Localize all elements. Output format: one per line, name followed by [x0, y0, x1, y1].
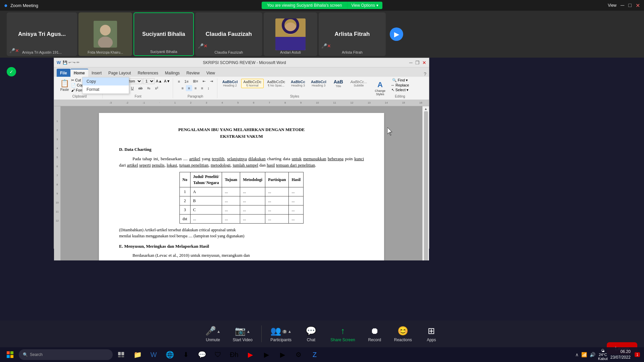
svg-point-1 — [100, 25, 111, 36]
chrome-app[interactable]: 🌐 — [162, 347, 177, 362]
system-clock[interactable]: 06.20 23/07/2022 — [610, 349, 631, 360]
style-heading4-button[interactable]: AaBbCcI Heading 3 — [309, 79, 329, 88]
view-button[interactable]: View — [608, 3, 616, 8]
replace-button[interactable]: ↔ Replace — [391, 83, 409, 87]
underline-button[interactable]: U — [129, 85, 136, 91]
notification-badge[interactable]: 1 — [635, 352, 640, 357]
vpn-app[interactable]: 🛡 — [211, 347, 225, 362]
participant-suciyanti[interactable]: Suciyanti Bihalia Suciyanti Bihalia — [133, 12, 194, 56]
document-scroll-area[interactable]: 123456789101112 PENGALAMAN IBU YANG MELA… — [54, 106, 429, 260]
chat-button[interactable]: 💬 Chat — [298, 323, 324, 345]
decrease-font-button[interactable]: A▼ — [163, 79, 171, 83]
document-title: PENGALAMAN IBU YANG MELAHIRKAN DENGAN ME… — [119, 126, 364, 139]
whatsapp-app[interactable]: 💬 — [195, 347, 209, 362]
font-size-selector[interactable]: 12 — [143, 78, 155, 84]
justify-button[interactable]: ≡ — [199, 85, 205, 91]
participant-anisya[interactable]: Anisya Tri Agus... 🎤✕ Anisya Tri Agustin… — [7, 12, 77, 56]
style-title-button[interactable]: AaB Title — [330, 78, 347, 89]
tab-page-layout[interactable]: Page Layout — [105, 69, 134, 77]
tab-review[interactable]: Review — [183, 69, 203, 77]
align-right-button[interactable]: ≡ — [193, 85, 199, 91]
svg-rect-5 — [275, 37, 306, 50]
style-normal-button[interactable]: AaBbCcDc ¶ Normal — [241, 79, 264, 88]
help-icon[interactable]: ? — [424, 71, 426, 77]
weather-widget: 🌤 24°C Kabut — [598, 349, 608, 361]
sound-icon[interactable]: 🔊 — [590, 352, 595, 357]
system-tray: ∧ 📶 🔊 🌤 24°C Kabut 06.20 23/07/2022 1 — [571, 347, 644, 362]
participant-andari[interactable]: Andari Astuti — [264, 12, 317, 56]
app-8[interactable]: Ðh — [227, 347, 241, 362]
explorer-app[interactable]: 📁 — [130, 347, 145, 362]
table-row: 1A............ — [179, 187, 303, 196]
apps-button[interactable]: ⊞ Apps — [418, 323, 445, 345]
line-spacing-button[interactable]: ↕ — [206, 85, 212, 91]
downloads-app[interactable]: ⬇ — [178, 347, 193, 362]
close-button[interactable]: ✕ — [636, 2, 640, 9]
styles-group: AaBbCcI Heading 2 AaBbCcDc ¶ Normal AaBb… — [218, 78, 372, 98]
subscript-button[interactable]: x₂ — [145, 85, 153, 91]
participant-claudia[interactable]: Claudia Fauzizah 🎤✕ Claudia Fauzizah — [195, 12, 262, 56]
word-restore[interactable]: ❐ — [415, 60, 420, 65]
bullets-button[interactable]: ≡ — [176, 78, 182, 84]
change-styles-button[interactable]: A Change Styles — [372, 80, 388, 97]
tab-references[interactable]: References — [134, 69, 161, 77]
participant-name: Anisya Tri Agus... — [18, 31, 66, 38]
search-bar[interactable]: 🔍 Search — [19, 349, 113, 360]
col-metodologi: Metodologi — [240, 172, 265, 187]
zoom-app[interactable]: Z — [307, 347, 322, 362]
tab-view[interactable]: View — [203, 69, 218, 77]
strikethrough-button[interactable]: ab — [137, 85, 145, 91]
app-11[interactable]: ▶ — [275, 347, 290, 362]
start-button[interactable] — [3, 347, 17, 362]
table-row: dst............... — [179, 214, 303, 223]
unmute-button[interactable]: 🎤 ▲ Unmute — [199, 323, 227, 345]
menu-copy[interactable]: Copy — [83, 77, 129, 85]
select-button[interactable]: ↖ Select ▾ — [391, 88, 409, 92]
numbering-button[interactable]: 1≡ — [182, 78, 191, 84]
app-12[interactable]: ⚙ — [291, 347, 306, 362]
participant-subname-frida: Frida Meirizqia Khairu... — [88, 51, 123, 54]
network-icon[interactable]: 📶 — [581, 352, 587, 357]
youtube-app[interactable]: ▶ — [243, 347, 258, 362]
taskview-button[interactable] — [114, 347, 129, 362]
tab-file[interactable]: File — [57, 69, 70, 77]
scrollbar[interactable]: ▲ ▼ — [422, 106, 429, 260]
multilevel-button[interactable]: ⊞≡ — [191, 78, 200, 84]
next-participant-button[interactable]: ▶ — [390, 27, 403, 41]
participant-arlista[interactable]: Arlista Fitrah 🎤✕ Arlista Fitrah — [319, 12, 386, 56]
start-video-button[interactable]: 📷 ▲ Start Video — [227, 323, 259, 345]
participant-frida[interactable]: Frida Meirizqia Khairu... — [78, 12, 132, 56]
increase-font-button[interactable]: A▲ — [155, 79, 163, 83]
tab-home[interactable]: Home — [70, 69, 88, 77]
tab-mailings[interactable]: Mailings — [162, 69, 183, 77]
view-options-button[interactable]: View Options ▾ — [347, 2, 382, 9]
share-screen-button[interactable]: ↑ Share Screen — [324, 323, 361, 345]
increase-indent-button[interactable]: ⇥ — [208, 78, 215, 84]
app-10[interactable]: ▶ — [259, 347, 274, 362]
record-button[interactable]: ⏺ Record — [361, 323, 388, 345]
document-content[interactable]: PENGALAMAN IBU YANG MELAHIRKAN DENGAN ME… — [99, 113, 384, 260]
align-center-button[interactable]: ≡ — [186, 85, 192, 91]
reactions-button[interactable]: 😊 Reactions — [388, 323, 418, 345]
paste-button[interactable]: 📋 Paste — [59, 78, 70, 92]
tab-insert[interactable]: Insert — [88, 69, 105, 77]
menu-format[interactable]: Format — [83, 85, 129, 94]
participants-button[interactable]: 👥 9 ▲ Participants — [264, 323, 298, 345]
context-menu: Copy Format — [82, 77, 129, 94]
superscript-button[interactable]: x² — [153, 85, 160, 91]
style-heading3-button[interactable]: AaBbCc Heading 3 — [288, 79, 308, 88]
minimize-button[interactable]: ─ — [621, 2, 624, 8]
security-shield-icon[interactable]: ✓ — [7, 67, 16, 76]
decrease-indent-button[interactable]: ⇤ — [201, 78, 208, 84]
word-minimize[interactable]: ─ — [409, 60, 413, 65]
style-heading1-button[interactable]: AaBbCcI Heading 2 — [220, 79, 240, 88]
maximize-button[interactable]: □ — [628, 2, 632, 8]
find-button[interactable]: 🔍 Find ▾ — [392, 78, 408, 82]
style-nospace-button[interactable]: AaBbCcDc ¶ No Spac... — [265, 79, 287, 88]
tray-icons-expand[interactable]: ∧ — [575, 352, 579, 357]
svg-rect-10 — [10, 355, 13, 358]
style-subtitle-button[interactable]: AaBbCc... Subtitle — [348, 79, 370, 88]
word-app[interactable]: W — [146, 347, 161, 362]
align-left-button[interactable]: ≡ — [179, 85, 185, 91]
word-close[interactable]: ✕ — [422, 60, 426, 65]
